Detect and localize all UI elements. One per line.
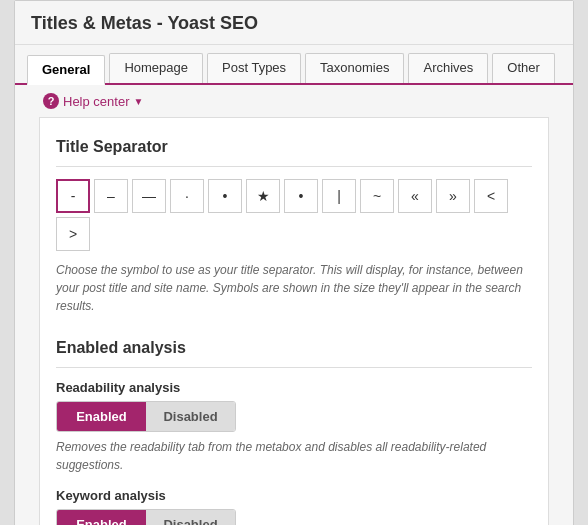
keyword-disabled-btn[interactable]: Disabled <box>146 510 235 525</box>
keyword-enabled-btn[interactable]: Enabled <box>57 510 146 525</box>
separator-pipe[interactable]: | <box>322 179 356 213</box>
separator-guillemet-left[interactable]: « <box>398 179 432 213</box>
separator-bullet2[interactable]: • <box>284 179 318 213</box>
tab-archives[interactable]: Archives <box>408 53 488 83</box>
separator-dash[interactable]: - <box>56 179 90 213</box>
keyword-label: Keyword analysis <box>56 488 532 503</box>
separator-middle-dot[interactable]: · <box>170 179 204 213</box>
separator-gt[interactable]: > <box>56 217 90 251</box>
main-container: Titles & Metas - Yoast SEO General Homep… <box>14 0 574 525</box>
tab-general[interactable]: General <box>27 55 105 85</box>
readability-enabled-btn[interactable]: Enabled <box>57 402 146 431</box>
page-title: Titles & Metas - Yoast SEO <box>15 1 573 45</box>
help-center-link[interactable]: ? Help center ▼ <box>27 85 561 117</box>
tab-other[interactable]: Other <box>492 53 555 83</box>
help-icon: ? <box>43 93 59 109</box>
separator-en-dash[interactable]: – <box>94 179 128 213</box>
enabled-analysis-heading: Enabled analysis <box>56 329 532 368</box>
chevron-down-icon: ▼ <box>133 96 143 107</box>
readability-label: Readability analysis <box>56 380 532 395</box>
readability-description: Removes the readability tab from the met… <box>56 438 532 474</box>
tab-bar: General Homepage Post Types Taxonomies A… <box>15 45 573 85</box>
separator-options: - – — · • ★ • | ~ « » < > <box>56 179 532 251</box>
title-separator-heading: Title Separator <box>56 126 532 167</box>
readability-toggle[interactable]: Enabled Disabled <box>56 401 236 432</box>
separator-star[interactable]: ★ <box>246 179 280 213</box>
readability-disabled-btn[interactable]: Disabled <box>146 402 235 431</box>
keyword-toggle[interactable]: Enabled Disabled <box>56 509 236 525</box>
content-area: Title Separator - – — · • ★ • | ~ « » < … <box>39 117 549 525</box>
keyword-group: Keyword analysis Enabled Disabled Remove… <box>56 488 532 525</box>
tab-taxonomies[interactable]: Taxonomies <box>305 53 404 83</box>
separator-tilde[interactable]: ~ <box>360 179 394 213</box>
help-center-label: Help center <box>63 94 129 109</box>
separator-lt[interactable]: < <box>474 179 508 213</box>
readability-group: Readability analysis Enabled Disabled Re… <box>56 380 532 474</box>
separator-bullet[interactable]: • <box>208 179 242 213</box>
separator-description: Choose the symbol to use as your title s… <box>56 261 532 315</box>
separator-em-dash[interactable]: — <box>132 179 166 213</box>
separator-guillemet-right[interactable]: » <box>436 179 470 213</box>
tab-post-types[interactable]: Post Types <box>207 53 301 83</box>
tab-homepage[interactable]: Homepage <box>109 53 203 83</box>
